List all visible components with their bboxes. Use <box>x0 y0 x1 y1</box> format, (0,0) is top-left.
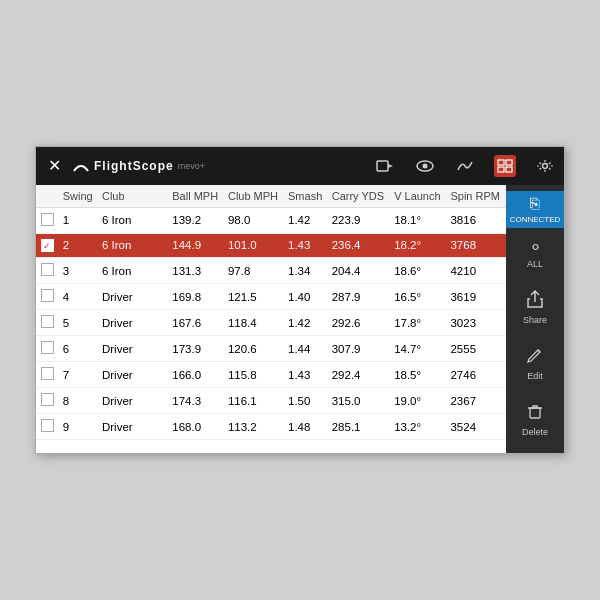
cell-smash: 1.48 <box>284 414 328 440</box>
close-button[interactable]: ✕ <box>44 156 64 175</box>
cell-spin: 3816 <box>446 207 506 233</box>
all-button[interactable]: ⚬ ALL <box>506 228 564 279</box>
cell-clubmph: 121.5 <box>224 284 284 310</box>
cell-clubmph: 120.6 <box>224 336 284 362</box>
cell-swing: 1 <box>59 207 98 233</box>
cell-club: Driver <box>98 388 168 414</box>
checkbox-cell[interactable] <box>36 284 59 310</box>
header-vlaunch: V Launch <box>390 185 446 208</box>
table-row[interactable]: 9 Driver 168.0 113.2 1.48 285.1 13.2° 35… <box>36 414 506 440</box>
brand-logo: FlightScope mevo+ <box>72 159 205 173</box>
cell-club: 6 Iron <box>98 258 168 284</box>
cell-club: 6 Iron <box>98 207 168 233</box>
header-ballmph: Ball MPH <box>168 185 224 208</box>
table-row[interactable]: 5 Driver 167.6 118.4 1.42 292.6 17.8° 30… <box>36 310 506 336</box>
row-checkbox[interactable] <box>41 393 54 406</box>
cell-club: 6 Iron <box>98 233 168 258</box>
header-clubmph: Club MPH <box>224 185 284 208</box>
cell-spin: 3619 <box>446 284 506 310</box>
eye-nav-icon[interactable] <box>414 155 436 177</box>
checkbox-cell[interactable] <box>36 362 59 388</box>
table-row[interactable]: 7 Driver 166.0 115.8 1.43 292.4 18.5° 27… <box>36 362 506 388</box>
svg-rect-6 <box>498 167 504 172</box>
delete-button[interactable]: Delete <box>506 391 564 447</box>
cell-spin: 3768 <box>446 233 506 258</box>
cell-swing: 6 <box>59 336 98 362</box>
cell-spin: 3023 <box>446 310 506 336</box>
edit-button[interactable]: Edit <box>506 335 564 391</box>
table-row[interactable]: 3 6 Iron 131.3 97.8 1.34 204.4 18.6° 421… <box>36 258 506 284</box>
checkbox-cell[interactable] <box>36 258 59 284</box>
cell-carry: 292.4 <box>328 362 390 388</box>
cell-spin: 4210 <box>446 258 506 284</box>
share-label: Share <box>523 315 547 325</box>
row-checkbox[interactable]: ✓ <box>41 239 54 252</box>
cell-carry: 223.9 <box>328 207 390 233</box>
row-checkbox[interactable] <box>41 419 54 432</box>
cell-vlaunch: 18.2° <box>390 233 446 258</box>
cell-clubmph: 97.8 <box>224 258 284 284</box>
header-swing: Swing <box>59 185 98 208</box>
settings-nav-icon[interactable] <box>534 155 556 177</box>
cell-spin: 2367 <box>446 388 506 414</box>
top-bar: ✕ FlightScope mevo+ <box>36 147 564 185</box>
curve-nav-icon[interactable] <box>454 155 476 177</box>
checkbox-cell[interactable] <box>36 414 59 440</box>
cell-clubmph: 115.8 <box>224 362 284 388</box>
table-body: 1 6 Iron 139.2 98.0 1.42 223.9 18.1° 381… <box>36 207 506 440</box>
checkbox-cell[interactable] <box>36 207 59 233</box>
all-icon: ⚬ <box>528 238 543 256</box>
table-header-row: Swing Club Ball MPH Club MPH Smash Carry… <box>36 185 506 208</box>
brand-curve-icon <box>72 159 90 173</box>
cell-clubmph: 118.4 <box>224 310 284 336</box>
svg-marker-1 <box>388 164 393 168</box>
right-sidebar: ⎘ CONNECTED ⚬ ALL Share <box>506 185 564 454</box>
cell-ballmph: 168.0 <box>168 414 224 440</box>
cell-swing: 8 <box>59 388 98 414</box>
cell-carry: 287.9 <box>328 284 390 310</box>
cell-carry: 236.4 <box>328 233 390 258</box>
cell-swing: 3 <box>59 258 98 284</box>
svg-point-3 <box>423 163 428 168</box>
cell-clubmph: 101.0 <box>224 233 284 258</box>
cell-vlaunch: 14.7° <box>390 336 446 362</box>
svg-rect-0 <box>377 161 388 171</box>
cell-spin: 3524 <box>446 414 506 440</box>
brand-name: FlightScope <box>94 159 174 173</box>
bluetooth-badge: ⎘ CONNECTED <box>506 191 564 229</box>
row-checkbox[interactable] <box>41 315 54 328</box>
checkbox-cell[interactable] <box>36 310 59 336</box>
video-nav-icon[interactable] <box>374 155 396 177</box>
table-row[interactable]: 8 Driver 174.3 116.1 1.50 315.0 19.0° 23… <box>36 388 506 414</box>
cell-smash: 1.43 <box>284 233 328 258</box>
cell-clubmph: 113.2 <box>224 414 284 440</box>
svg-point-8 <box>543 163 548 168</box>
grid-nav-icon[interactable] <box>494 155 516 177</box>
cell-smash: 1.42 <box>284 310 328 336</box>
main-content: Swing Club Ball MPH Club MPH Smash Carry… <box>36 185 564 454</box>
row-checkbox[interactable] <box>41 367 54 380</box>
cell-smash: 1.43 <box>284 362 328 388</box>
checkbox-cell[interactable] <box>36 388 59 414</box>
header-carry: Carry YDS <box>328 185 390 208</box>
cell-vlaunch: 18.6° <box>390 258 446 284</box>
row-checkbox[interactable] <box>41 289 54 302</box>
row-checkbox[interactable] <box>41 341 54 354</box>
checkbox-cell[interactable] <box>36 336 59 362</box>
row-checkbox[interactable] <box>41 263 54 276</box>
cell-carry: 315.0 <box>328 388 390 414</box>
table-row[interactable]: 6 Driver 173.9 120.6 1.44 307.9 14.7° 25… <box>36 336 506 362</box>
svg-rect-7 <box>506 167 512 172</box>
cell-ballmph: 166.0 <box>168 362 224 388</box>
row-checkbox[interactable] <box>41 213 54 226</box>
table-row[interactable]: 1 6 Iron 139.2 98.0 1.42 223.9 18.1° 381… <box>36 207 506 233</box>
table-row[interactable]: ✓ 2 6 Iron 144.9 101.0 1.43 236.4 18.2° … <box>36 233 506 258</box>
cell-vlaunch: 18.5° <box>390 362 446 388</box>
checkbox-cell[interactable]: ✓ <box>36 233 59 258</box>
table-row[interactable]: 4 Driver 169.8 121.5 1.40 287.9 16.5° 36… <box>36 284 506 310</box>
cell-carry: 204.4 <box>328 258 390 284</box>
cell-spin: 2555 <box>446 336 506 362</box>
bluetooth-icon: ⎘ <box>530 195 540 213</box>
share-button[interactable]: Share <box>506 279 564 335</box>
cell-ballmph: 173.9 <box>168 336 224 362</box>
